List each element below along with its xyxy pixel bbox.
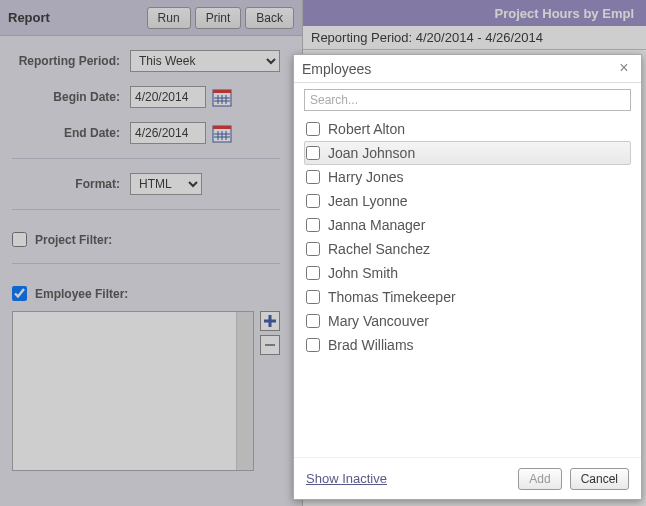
add-button[interactable]: Add — [518, 468, 561, 490]
employee-name: Jean Lyonne — [328, 193, 408, 209]
employee-item[interactable]: Brad Williams — [304, 333, 631, 357]
employee-item[interactable]: Jean Lyonne — [304, 189, 631, 213]
employee-checkbox[interactable] — [306, 290, 320, 304]
employee-name: Harry Jones — [328, 169, 403, 185]
employee-name: Rachel Sanchez — [328, 241, 430, 257]
employee-item[interactable]: Robert Alton — [304, 117, 631, 141]
employee-checkbox[interactable] — [306, 194, 320, 208]
employees-dialog: Employees × Robert AltonJoan JohnsonHarr… — [293, 54, 642, 500]
employee-name: Mary Vancouver — [328, 313, 429, 329]
employee-name: Brad Williams — [328, 337, 414, 353]
show-inactive-link[interactable]: Show Inactive — [306, 471, 510, 486]
employee-checkbox[interactable] — [306, 122, 320, 136]
employee-item[interactable]: Mary Vancouver — [304, 309, 631, 333]
employee-checkbox[interactable] — [306, 146, 320, 160]
employee-name: Joan Johnson — [328, 145, 415, 161]
employee-checkbox[interactable] — [306, 218, 320, 232]
employee-item[interactable]: Thomas Timekeeper — [304, 285, 631, 309]
employee-item[interactable]: Joan Johnson — [304, 141, 631, 165]
employee-item[interactable]: Janna Manager — [304, 213, 631, 237]
employee-item[interactable]: John Smith — [304, 261, 631, 285]
cancel-button[interactable]: Cancel — [570, 468, 629, 490]
employee-item[interactable]: Rachel Sanchez — [304, 237, 631, 261]
employee-checkbox[interactable] — [306, 314, 320, 328]
search-input[interactable] — [304, 89, 631, 111]
employee-checkbox[interactable] — [306, 266, 320, 280]
employee-name: Thomas Timekeeper — [328, 289, 456, 305]
employee-checkbox[interactable] — [306, 242, 320, 256]
close-icon[interactable]: × — [615, 60, 633, 78]
employee-checkbox[interactable] — [306, 338, 320, 352]
dialog-title: Employees — [302, 61, 615, 77]
employee-list: Robert AltonJoan JohnsonHarry JonesJean … — [304, 117, 631, 357]
employee-item[interactable]: Harry Jones — [304, 165, 631, 189]
employee-name: John Smith — [328, 265, 398, 281]
dialog-titlebar: Employees × — [294, 55, 641, 83]
employee-name: Janna Manager — [328, 217, 425, 233]
employee-name: Robert Alton — [328, 121, 405, 137]
employee-checkbox[interactable] — [306, 170, 320, 184]
